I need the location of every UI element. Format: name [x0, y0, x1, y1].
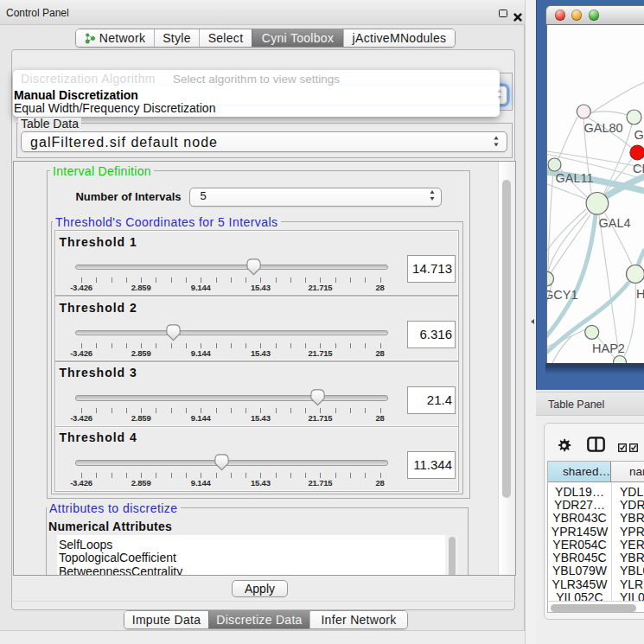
- svg-text:GAL11: GAL11: [556, 171, 594, 185]
- svg-text:GAL4: GAL4: [599, 216, 631, 230]
- svg-text:GAL80: GAL80: [584, 121, 623, 135]
- svg-text:GCY1: GCY1: [547, 288, 578, 302]
- svg-text:H: H: [636, 287, 644, 301]
- svg-text:HAP2: HAP2: [592, 341, 625, 355]
- svg-text:GA: GA: [634, 128, 644, 142]
- svg-text:CD: CD: [633, 162, 644, 175]
